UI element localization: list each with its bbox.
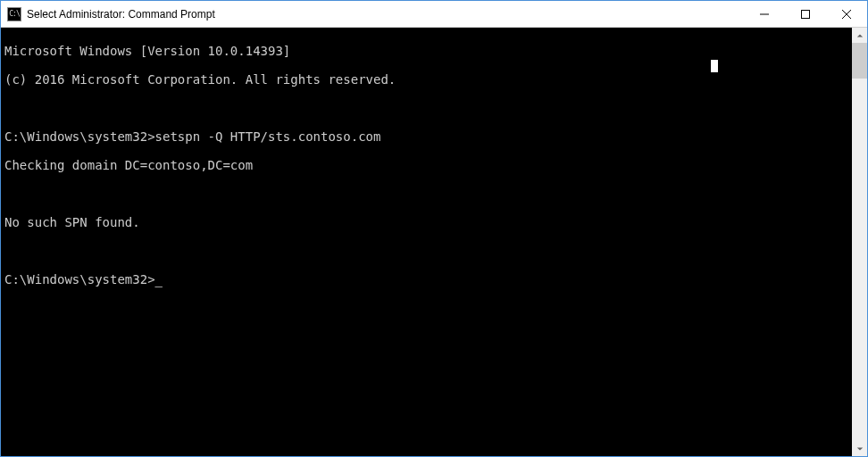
terminal-line: No such SPN found. bbox=[4, 215, 848, 229]
terminal-prompt-line: C:\Windows\system32>_ bbox=[4, 272, 848, 287]
minimize-button[interactable] bbox=[744, 1, 785, 28]
terminal-line: (c) 2016 Microsoft Corporation. All righ… bbox=[4, 72, 848, 87]
close-icon bbox=[842, 10, 851, 19]
terminal-line: Checking domain DC=contoso,DC=com bbox=[4, 158, 848, 172]
scrollbar-track[interactable] bbox=[852, 43, 867, 441]
maximize-button[interactable] bbox=[785, 1, 826, 28]
terminal-output[interactable]: Microsoft Windows [Version 10.0.14393] (… bbox=[1, 28, 852, 456]
titlebar[interactable]: C:\ Select Administrator: Command Prompt bbox=[1, 1, 867, 28]
chevron-up-icon bbox=[856, 32, 864, 39]
terminal-line bbox=[4, 244, 848, 258]
cmd-icon: C:\ bbox=[7, 7, 21, 21]
block-cursor bbox=[711, 60, 718, 72]
minimize-icon bbox=[760, 10, 769, 19]
terminal-line bbox=[4, 101, 848, 115]
close-button[interactable] bbox=[826, 1, 867, 28]
terminal-line: C:\Windows\system32>setspn -Q HTTP/sts.c… bbox=[4, 129, 848, 144]
command-prompt-window: C:\ Select Administrator: Command Prompt… bbox=[0, 0, 868, 457]
terminal-prompt: C:\Windows\system32> bbox=[4, 272, 155, 287]
terminal-line: Microsoft Windows [Version 10.0.14393] bbox=[4, 44, 848, 58]
svg-rect-0 bbox=[802, 10, 810, 18]
window-title: Select Administrator: Command Prompt bbox=[27, 8, 215, 21]
vertical-scrollbar[interactable] bbox=[852, 28, 867, 456]
terminal-line bbox=[4, 187, 848, 201]
scrollbar-thumb[interactable] bbox=[852, 43, 867, 79]
chevron-down-icon bbox=[856, 445, 864, 453]
text-cursor: _ bbox=[155, 272, 163, 287]
client-area: Microsoft Windows [Version 10.0.14393] (… bbox=[1, 28, 867, 456]
scroll-down-button[interactable] bbox=[852, 441, 867, 456]
maximize-icon bbox=[801, 10, 810, 19]
scroll-up-button[interactable] bbox=[852, 28, 867, 43]
